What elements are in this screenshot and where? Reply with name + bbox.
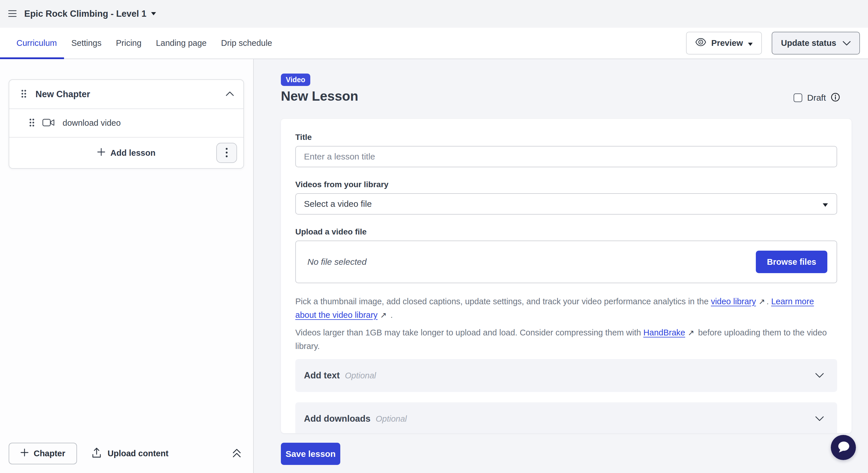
chat-widget-button[interactable] — [831, 435, 856, 460]
lesson-form-card: Title Videos from your library Select a … — [281, 119, 851, 433]
video-camera-icon — [42, 118, 55, 128]
preview-button-label: Preview — [711, 38, 743, 48]
info-icon[interactable] — [831, 93, 840, 103]
add-downloads-optional-tag: Optional — [376, 414, 407, 424]
chevron-up-icon[interactable] — [225, 91, 234, 97]
page-title: New Lesson — [281, 89, 358, 103]
content-area: New Chapter download video — [0, 59, 868, 473]
collapse-sidebar-button[interactable] — [232, 448, 242, 459]
add-chapter-button[interactable]: Chapter — [9, 443, 77, 464]
plus-icon — [21, 448, 29, 459]
draft-label: Draft — [807, 93, 826, 103]
double-chevron-up-icon — [232, 448, 242, 459]
no-file-selected-text: No file selected — [307, 257, 367, 267]
lesson-title-input[interactable] — [295, 146, 837, 167]
video-library-label: Videos from your library — [295, 180, 837, 189]
draft-checkbox[interactable] — [794, 93, 802, 102]
chevron-down-icon — [815, 373, 824, 378]
tab-settings[interactable]: Settings — [64, 28, 109, 59]
chapter-header[interactable]: New Chapter — [9, 80, 243, 109]
hamburger-menu-button[interactable] — [8, 10, 17, 18]
caret-down-icon — [748, 38, 753, 48]
help-text-segment: Pick a thumbnail image, add closed capti… — [295, 297, 711, 306]
title-field-label: Title — [295, 133, 837, 142]
tab-drip-schedule[interactable]: Drip schedule — [214, 28, 279, 59]
course-switcher[interactable]: Epic Rock Climbing - Level 1 — [24, 9, 156, 19]
external-link-arrow-icon: ↗ — [688, 328, 694, 337]
video-library-link[interactable]: video library — [711, 297, 756, 306]
file-upload-dropzone[interactable]: No file selected Browse files — [295, 241, 837, 283]
update-status-button-label: Update status — [781, 38, 836, 48]
caret-down-icon — [151, 11, 156, 17]
header-actions: Preview Update status — [686, 32, 860, 55]
plus-icon — [97, 148, 105, 158]
drag-handle-icon[interactable] — [29, 119, 34, 128]
add-lesson-row: Add lesson — [9, 137, 243, 168]
upload-content-label: Upload content — [107, 449, 168, 458]
lesson-type-badge: Video — [281, 73, 310, 86]
tab-list: Curriculum Settings Pricing Landing page… — [0, 28, 279, 59]
video-library-select[interactable]: Select a video file — [295, 193, 837, 215]
external-link-arrow-icon: ↗ — [380, 311, 387, 320]
lesson-header: Video New Lesson Draft — [281, 73, 851, 103]
upload-content-button[interactable]: Upload content — [92, 447, 168, 460]
video-library-selected-value: Select a video file — [304, 199, 372, 209]
course-title: Epic Rock Climbing - Level 1 — [24, 9, 147, 19]
chapter-title: New Chapter — [35, 89, 216, 99]
video-library-help-text: Pick a thumbnail image, add closed capti… — [295, 295, 837, 322]
kebab-menu-icon — [225, 148, 228, 158]
lesson-heading-block: Video New Lesson — [281, 73, 358, 103]
external-link-arrow-icon: ↗ — [758, 297, 765, 306]
sidebar-footer: Chapter Upload content — [9, 443, 242, 464]
tab-pricing[interactable]: Pricing — [109, 28, 149, 59]
chapter-options-button[interactable] — [216, 143, 237, 163]
add-downloads-section[interactable]: Add downloads Optional — [295, 402, 837, 433]
upload-video-label: Upload a video file — [295, 227, 837, 236]
add-lesson-label: Add lesson — [111, 148, 155, 158]
save-lesson-button[interactable]: Save lesson — [281, 443, 340, 465]
add-lesson-button[interactable]: Add lesson — [97, 148, 155, 158]
upload-icon — [92, 447, 101, 460]
drag-handle-icon[interactable] — [21, 90, 26, 99]
topbar: Epic Rock Climbing - Level 1 — [0, 0, 868, 28]
speech-bubble-icon — [837, 441, 850, 454]
app-root: Epic Rock Climbing - Level 1 Curriculum … — [0, 0, 868, 473]
help-text-segment: . — [767, 297, 771, 306]
hamburger-icon — [8, 10, 17, 18]
preview-button[interactable]: Preview — [686, 32, 762, 55]
draft-toggle-row: Draft — [794, 93, 840, 103]
update-status-button[interactable]: Update status — [772, 32, 860, 55]
add-text-label: Add text — [304, 370, 340, 381]
add-chapter-label: Chapter — [34, 449, 65, 458]
curriculum-sidebar: New Chapter download video — [0, 59, 254, 473]
tab-landing-page[interactable]: Landing page — [149, 28, 214, 59]
chevron-down-icon — [843, 38, 851, 48]
chapter-card: New Chapter download video — [9, 79, 244, 169]
add-text-optional-tag: Optional — [345, 371, 376, 380]
help-text-segment: . — [388, 310, 393, 320]
video-size-help-text: Videos larger than 1GB may take longer t… — [295, 326, 837, 353]
lesson-item-title: download video — [63, 118, 121, 128]
lesson-item[interactable]: download video — [9, 109, 243, 137]
browse-files-button[interactable]: Browse files — [756, 251, 827, 273]
form-footer: Save lesson — [281, 443, 851, 465]
lesson-editor: Video New Lesson Draft Title Videos from… — [254, 59, 868, 473]
add-downloads-label: Add downloads — [304, 414, 371, 424]
handbrake-link[interactable]: HandBrake — [643, 328, 685, 337]
eye-icon — [695, 38, 706, 48]
add-text-section[interactable]: Add text Optional — [295, 359, 837, 392]
tab-curriculum[interactable]: Curriculum — [9, 28, 64, 59]
tab-bar: Curriculum Settings Pricing Landing page… — [0, 28, 868, 59]
select-caret-icon — [823, 199, 828, 209]
help-text-segment: Videos larger than 1GB may take longer t… — [295, 328, 643, 337]
chevron-down-icon — [815, 416, 824, 421]
